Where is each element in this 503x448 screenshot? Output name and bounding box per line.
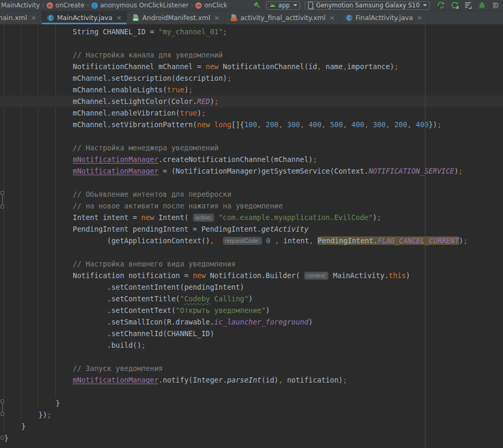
code-token: ; xyxy=(47,411,51,419)
code-line: mChannel.setDescription(description); xyxy=(0,72,503,84)
tab-mainactivity-java[interactable]: CMainActivity.java× xyxy=(42,11,127,24)
code-token: ) xyxy=(459,236,463,245)
code-editor[interactable]: String CHANNEL_ID = "my_channel_01"; // … xyxy=(0,24,503,448)
code-token: }) xyxy=(38,411,47,419)
code-token: FLAG_CANCEL_CURRENT xyxy=(378,236,459,245)
code-token: ) xyxy=(184,85,188,94)
code-token: 200 xyxy=(266,120,278,129)
code-token: mChannel.setLightColor(Color. xyxy=(73,97,197,106)
code-token: .setSmallIcon(R.drawable. xyxy=(107,318,214,326)
code-token: mChannel.enableLights( xyxy=(73,85,167,94)
code-token: true xyxy=(167,85,185,94)
code-token: true xyxy=(180,109,197,117)
tab-androidmanifest-xml[interactable]: MFAndroidManifest.xml× xyxy=(127,11,225,24)
code-token: new xyxy=(206,62,218,71)
code-token: (id) xyxy=(262,376,279,384)
code-line: // Настройка менеджера уведомлений xyxy=(0,142,503,154)
breadcrumb-label: onCreate xyxy=(55,2,84,9)
code-line: // на новое активити после нажатия на ув… xyxy=(0,200,503,212)
code-token: this xyxy=(389,271,406,280)
tab-ity-main-xml[interactable]: ity_main.xml× xyxy=(0,11,42,24)
code-token: "com.example.myapplication.EvilCode" xyxy=(218,213,373,222)
code-token: ; xyxy=(343,376,347,384)
code-line: mChannel.enableLights(true); xyxy=(0,84,503,96)
close-icon[interactable]: × xyxy=(116,14,122,22)
run-configuration-dropdown[interactable]: app xyxy=(266,1,300,10)
code-token: .setContentTitle( xyxy=(107,294,180,303)
svg-text:C: C xyxy=(93,3,96,8)
code-token: ; xyxy=(313,155,317,164)
code-token: , xyxy=(322,120,326,129)
code-line: // Запуск уведомления xyxy=(0,363,503,374)
code-token: 200 xyxy=(394,120,407,129)
build-hammer-icon[interactable] xyxy=(253,1,262,9)
code-token: mChannel.setDescription(description) xyxy=(73,74,227,82)
profiler-icon[interactable] xyxy=(464,1,472,9)
code-token xyxy=(347,120,351,129)
breadcrumb: MainActivity›monCreate›Canonymous OnClic… xyxy=(1,2,227,9)
close-icon[interactable]: × xyxy=(329,14,335,22)
code-token: // Настройка менеджера уведомлений xyxy=(73,144,218,152)
tab-activity-final-acttivity-xml[interactable]: activity_final_acttivity.xml× xyxy=(225,11,341,24)
rerun-app-icon[interactable] xyxy=(437,1,445,9)
breadcrumb-item[interactable]: monCreate xyxy=(46,2,84,9)
debug-icon[interactable] xyxy=(478,1,486,9)
code-token: mChannel.enableVibration( xyxy=(73,109,180,117)
code-token: "my_channel_01" xyxy=(159,27,223,36)
fold-marker[interactable] xyxy=(1,399,4,403)
close-icon[interactable]: × xyxy=(417,14,422,22)
fold-marker[interactable] xyxy=(1,205,4,208)
code-token xyxy=(390,120,394,129)
close-icon[interactable]: × xyxy=(31,14,36,22)
toolbar-right: app Genymotion Samsung Galaxy S10 A xyxy=(253,1,500,10)
right-margin-line xyxy=(425,24,425,448)
code-line xyxy=(0,386,503,397)
code-token: "Открыть уведомление" xyxy=(176,306,266,314)
breadcrumb-item[interactable]: monClick xyxy=(195,2,227,9)
apply-changes-icon[interactable]: A xyxy=(450,1,459,9)
code-token: ) xyxy=(454,167,458,175)
code-token xyxy=(214,236,223,245)
code-line: PendingIntent pendingIntent = PendingInt… xyxy=(0,223,503,235)
code-token xyxy=(214,213,218,222)
device-label: Genymotion Samsung Galaxy S10 xyxy=(316,2,420,9)
class-file-icon: C xyxy=(345,14,353,22)
code-token: NotificationChannel(id xyxy=(218,62,317,71)
code-line: // Настройка канала для уведомлений xyxy=(0,49,503,61)
svg-text:m: m xyxy=(48,3,52,8)
code-line: // Настройка внешнего вида уведомления xyxy=(0,258,503,270)
breadcrumb-separator: › xyxy=(42,2,45,9)
code-token: , xyxy=(364,120,369,129)
code-token: } xyxy=(4,434,8,442)
fold-marker[interactable] xyxy=(1,436,4,440)
code-line: mNotificationManager.notify(Integer.pars… xyxy=(0,374,503,386)
code-token: Intent intent = xyxy=(73,213,141,222)
code-token xyxy=(262,120,266,129)
device-dropdown[interactable]: Genymotion Samsung Galaxy S10 xyxy=(305,1,430,10)
breadcrumb-item[interactable]: Canonymous OnClickListener xyxy=(91,2,189,9)
code-token: ) xyxy=(248,294,253,303)
code-token: intent xyxy=(279,236,309,245)
manifest-file-icon: MF xyxy=(132,14,140,22)
code-line: Notification notification = new Notifica… xyxy=(0,270,503,281)
attach-debugger-icon[interactable] xyxy=(491,1,500,9)
code-line: .setContentIntent(pendingIntent) xyxy=(0,281,503,293)
fold-marker[interactable] xyxy=(1,412,4,416)
code-token: notification) xyxy=(283,376,343,384)
code-token: 300 xyxy=(287,120,300,129)
code-token: getActivity xyxy=(262,225,308,233)
code-token: .setContentText( xyxy=(107,306,176,314)
code-token: // Настройка канала для уведомлений xyxy=(73,51,223,59)
code-token: MainActivity. xyxy=(328,271,389,280)
code-token: (getApplicationContext() xyxy=(107,236,210,245)
fold-marker[interactable] xyxy=(1,191,4,195)
code-token: , xyxy=(275,236,279,245)
code-line xyxy=(0,130,503,142)
code-line: .build(); xyxy=(0,339,503,351)
breadcrumb-item[interactable]: MainActivity xyxy=(1,2,40,9)
code-token: ; xyxy=(214,97,218,106)
code-line: mNotificationManager.createNotificationC… xyxy=(0,154,503,165)
code-token: ; xyxy=(377,213,381,222)
tab-finalacttivity-java[interactable]: CFinalActtivity.java× xyxy=(340,11,428,24)
close-icon[interactable]: × xyxy=(214,14,220,22)
